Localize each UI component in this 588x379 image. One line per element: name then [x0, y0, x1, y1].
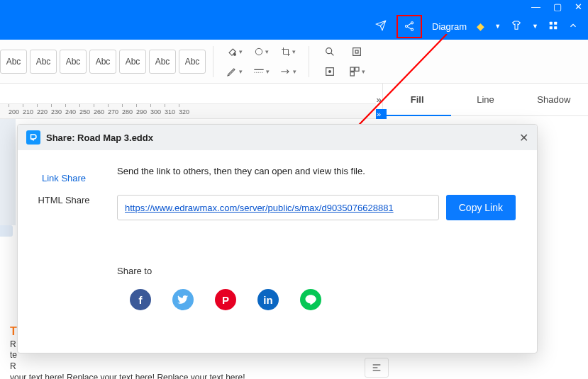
ruler-tick: 260: [94, 104, 108, 115]
properties-tabs: Fill Line Shadow: [382, 84, 588, 116]
tab-shadow[interactable]: Shadow: [520, 84, 588, 116]
ruler-tick: 300: [150, 104, 165, 115]
theme-swatch[interactable]: Abc: [0, 50, 27, 74]
apps-grid-icon[interactable]: [548, 21, 558, 33]
svg-point-18: [329, 70, 331, 72]
ribbon: Abc Abc Abc Abc Abc Abc Abc ▾ ▾ ▾ ▾ ▾ ▾ …: [0, 40, 588, 84]
style-theme-group: Abc Abc Abc Abc Abc Abc Abc: [0, 50, 206, 74]
ruler-tick: 240: [65, 104, 79, 115]
dialog-title: Share: Road Map 3.eddx: [46, 132, 153, 143]
facebook-icon[interactable]: f: [130, 289, 151, 310]
arrow-style-icon[interactable]: ▾: [279, 63, 297, 80]
share-icon[interactable]: [396, 15, 422, 38]
crop-tool-icon[interactable]: ▾: [279, 43, 297, 60]
sidebar-item-html-share[interactable]: HTML Share: [25, 189, 103, 211]
share-link-input[interactable]: [117, 195, 439, 220]
svg-line-4: [407, 26, 411, 28]
minimize-button[interactable]: —: [531, 1, 540, 12]
ruler-tick: 200: [9, 104, 23, 115]
svg-point-1: [405, 25, 407, 27]
sidebar-item-link-share[interactable]: Link Share: [25, 167, 103, 189]
dialog-close-button[interactable]: ✕: [519, 131, 528, 145]
svg-rect-6: [554, 21, 557, 24]
paint-tools-group: ▾ ▾ ▾ ▾ ▾ ▾: [221, 42, 301, 81]
ruler-tick: 250: [79, 104, 94, 115]
share-to-label: Share to: [117, 266, 516, 276]
svg-rect-16: [355, 50, 358, 53]
send-icon[interactable]: [375, 20, 387, 33]
tab-line[interactable]: Line: [451, 84, 519, 116]
svg-rect-20: [355, 67, 358, 71]
sample-line: te: [10, 350, 17, 360]
sample-line: R: [10, 361, 16, 371]
theme-swatch[interactable]: Abc: [89, 50, 116, 74]
dialog-titlebar: Share: Road Map 3.eddx ✕: [18, 125, 537, 150]
theme-swatch[interactable]: Abc: [179, 50, 206, 74]
view-tools-group: ▾: [316, 42, 370, 81]
sample-paragraph: your text here! Replace your text here! …: [10, 373, 245, 379]
app-icon: [26, 130, 40, 145]
theme-swatch[interactable]: Abc: [60, 50, 87, 74]
svg-point-2: [411, 28, 413, 30]
tshirt-dropdown-icon[interactable]: ▼: [532, 23, 538, 30]
focus-rect-icon[interactable]: [348, 43, 366, 60]
tab-fill[interactable]: Fill: [383, 84, 451, 116]
frame-icon[interactable]: [321, 63, 339, 80]
pinterest-icon[interactable]: P: [215, 289, 236, 310]
theme-swatch[interactable]: Abc: [30, 50, 57, 74]
instruction-text: Send the link to others, then they can o…: [117, 166, 516, 176]
dock-align-icon[interactable]: [365, 358, 389, 378]
theme-swatch[interactable]: Abc: [119, 50, 146, 74]
theme-swatch[interactable]: Abc: [149, 50, 176, 74]
sample-line: R: [10, 339, 16, 349]
svg-rect-7: [550, 26, 553, 29]
ruler-tick: 210: [23, 104, 37, 115]
window-controls: — ▢ ✕: [531, 1, 582, 12]
linkedin-icon[interactable]: in: [257, 289, 279, 310]
ruler-tick: 290: [136, 104, 150, 115]
diagram-label[interactable]: Diagram: [432, 21, 467, 32]
ruler-tick: 280: [122, 104, 136, 115]
svg-rect-21: [350, 72, 354, 75]
svg-rect-19: [350, 67, 354, 71]
close-window-button[interactable]: ✕: [575, 1, 582, 12]
dialog-main: Send the link to others, then they can o…: [110, 150, 537, 353]
share-dialog: Share: Road Map 3.eddx ✕ Link Share HTML…: [17, 124, 538, 353]
svg-point-9: [255, 48, 262, 55]
line-icon[interactable]: [300, 289, 321, 310]
dialog-sidebar: Link Share HTML Share: [18, 150, 110, 353]
separator: [213, 46, 213, 77]
layout-grid-icon[interactable]: ▾: [348, 63, 366, 80]
maximize-button[interactable]: ▢: [553, 1, 562, 12]
search-icon[interactable]: [321, 43, 339, 60]
pen-tool-icon[interactable]: ▾: [225, 63, 243, 80]
copy-link-button[interactable]: Copy Link: [446, 195, 516, 220]
canvas-edge-tab[interactable]: [0, 225, 13, 237]
title-toolbar: Diagram ◆ ▼ ▼: [375, 15, 578, 38]
svg-line-14: [331, 52, 334, 55]
line-style-icon[interactable]: ▾: [252, 63, 270, 80]
chevron-up-icon[interactable]: [568, 21, 578, 33]
ruler-tick: 320: [179, 104, 193, 115]
fill-bucket-icon[interactable]: ▾: [225, 43, 243, 60]
svg-point-0: [411, 21, 413, 23]
ruler-tick: 270: [108, 104, 122, 115]
diagram-dropdown-icon[interactable]: ▼: [494, 23, 501, 30]
ruler-tick: 230: [51, 104, 65, 115]
premium-icon[interactable]: ◆: [477, 21, 484, 32]
social-row: f P in: [117, 289, 516, 310]
svg-rect-5: [550, 21, 553, 24]
twitter-icon[interactable]: [172, 289, 194, 310]
separator: [309, 46, 309, 77]
orange-heading: T: [10, 325, 17, 337]
shape-tool-icon[interactable]: ▾: [252, 43, 270, 60]
canvas-left-shade: [0, 119, 16, 225]
ruler-tick: 220: [37, 104, 51, 115]
tshirt-icon[interactable]: [511, 20, 522, 33]
svg-rect-15: [353, 47, 361, 55]
title-bar: — ▢ ✕ Diagram ◆ ▼ ▼: [0, 0, 588, 40]
ruler-tick: 310: [165, 104, 179, 115]
chevron-right-icon[interactable]: »: [376, 94, 381, 105]
svg-line-3: [407, 23, 411, 26]
horizontal-ruler: 200 210 220 230 240 250 260 270 280 290 …: [0, 103, 376, 119]
